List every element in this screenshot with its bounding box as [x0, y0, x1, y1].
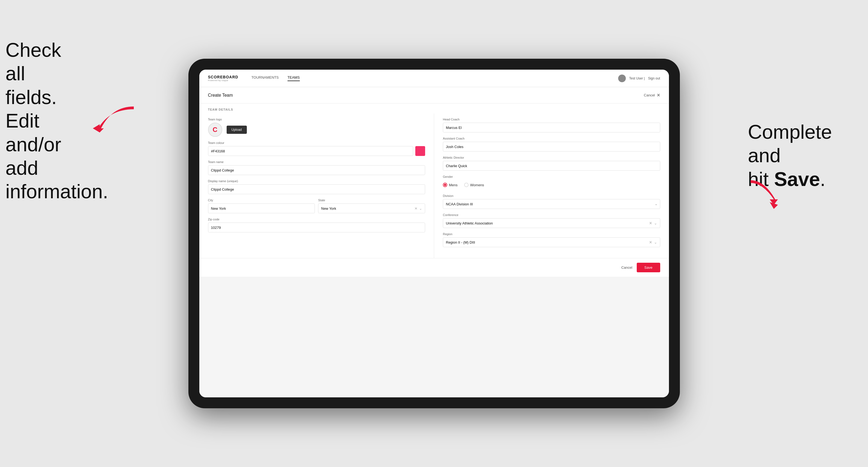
close-icon: ✕ — [657, 93, 660, 98]
upload-button[interactable]: Upload — [227, 126, 247, 134]
conference-select[interactable]: University Athletic Association ✕ ⌄ — [443, 218, 660, 228]
team-name-label: Team name — [208, 160, 425, 164]
zip-input[interactable] — [208, 223, 425, 232]
form-title: Create Team — [208, 93, 233, 98]
state-field: State New York ✕ ⌄ — [318, 198, 425, 213]
region-field: Region Region II - (M) DIII ✕ ⌄ — [443, 232, 660, 247]
sign-out-link[interactable]: Sign out — [648, 76, 660, 80]
right-column: Head Coach Assistant Coach Athletic Dire… — [434, 113, 669, 258]
state-label: State — [318, 198, 425, 202]
nav-items: TOURNAMENTS TEAMS — [251, 75, 618, 81]
head-coach-label: Head Coach — [443, 118, 660, 121]
city-input[interactable] — [208, 204, 315, 213]
region-label: Region — [443, 232, 660, 236]
state-select[interactable]: New York ✕ ⌄ — [318, 204, 425, 213]
division-select-wrap: NCAA Division III — [443, 199, 660, 209]
chevron-down-icon[interactable]: ⌄ — [419, 207, 422, 211]
asst-coach-input[interactable] — [443, 142, 660, 152]
region-actions: ✕ ⌄ — [649, 240, 657, 244]
form-header: Create Team Cancel ✕ — [199, 87, 669, 103]
logo-circle: C — [208, 123, 222, 137]
zip-label: Zip code — [208, 218, 425, 221]
nav-teams[interactable]: TEAMS — [287, 75, 300, 81]
team-colour-label: Team colour — [208, 141, 425, 145]
gender-label: Gender — [443, 175, 660, 178]
main-content: Create Team Cancel ✕ TEAM DETAILS Team l… — [199, 87, 669, 397]
division-select[interactable]: NCAA Division III — [443, 199, 660, 209]
head-coach-input[interactable] — [443, 123, 660, 132]
division-field: Division NCAA Division III — [443, 194, 660, 209]
radio-mens-circle — [443, 183, 447, 187]
conference-field: Conference University Athletic Associati… — [443, 213, 660, 228]
logo-subtitle: Powered by clippd — [208, 79, 238, 82]
form-body: Team logo C Upload Team colour — [199, 113, 669, 258]
user-name: Test User | — [629, 76, 645, 80]
gender-radio-group: Mens Womens — [443, 180, 660, 190]
team-logo-label: Team logo — [208, 118, 425, 121]
app-logo: SCOREBOARD Powered by clippd — [208, 75, 238, 82]
section-label: TEAM DETAILS — [199, 103, 669, 113]
conference-label: Conference — [443, 213, 660, 217]
clear-icon[interactable]: ✕ — [414, 207, 417, 211]
arrow-right-icon — [742, 178, 797, 227]
conference-value: University Athletic Association — [446, 221, 649, 225]
region-chevron-icon[interactable]: ⌄ — [654, 240, 657, 244]
cancel-header[interactable]: Cancel ✕ — [644, 93, 660, 98]
conference-chevron-icon[interactable]: ⌄ — [654, 221, 657, 225]
nav-user-area: Test User | Sign out — [618, 74, 660, 82]
colour-input[interactable] — [208, 146, 413, 156]
team-logo-field: Team logo C Upload — [208, 118, 425, 137]
state-select-icons: ✕ ⌄ — [414, 207, 422, 211]
division-label: Division — [443, 194, 660, 197]
nav-tournaments[interactable]: TOURNAMENTS — [251, 75, 279, 81]
radio-mens-dot — [444, 184, 446, 186]
city-state-row: City State New York ✕ ⌄ — [208, 198, 425, 218]
radio-womens-circle — [464, 183, 469, 187]
zip-field: Zip code — [208, 218, 425, 232]
team-name-field: Team name — [208, 160, 425, 175]
gender-field: Gender Mens Womens — [443, 175, 660, 190]
state-value: New York — [321, 207, 414, 211]
athletic-director-field: Athletic Director — [443, 156, 660, 171]
display-name-field: Display name (unique) — [208, 180, 425, 194]
display-name-input[interactable] — [208, 184, 425, 194]
radio-mens[interactable]: Mens — [443, 183, 458, 187]
svg-marker-0 — [93, 124, 100, 132]
annotation-left: Check all fields. Edit and/or add inform… — [5, 38, 82, 204]
logo-title: SCOREBOARD — [208, 75, 238, 79]
head-coach-field: Head Coach — [443, 118, 660, 132]
cancel-button[interactable]: Cancel — [621, 266, 632, 270]
arrow-left-icon — [90, 104, 139, 136]
tablet-screen: SCOREBOARD Powered by clippd TOURNAMENTS… — [199, 70, 669, 397]
display-name-label: Display name (unique) — [208, 180, 425, 183]
region-clear-icon[interactable]: ✕ — [649, 240, 652, 244]
form-container: Create Team Cancel ✕ TEAM DETAILS Team l… — [199, 87, 669, 277]
nav-bar: SCOREBOARD Powered by clippd TOURNAMENTS… — [199, 70, 669, 87]
region-value: Region II - (M) DIII — [446, 240, 649, 244]
colour-swatch — [415, 146, 425, 156]
asst-coach-label: Assistant Coach — [443, 137, 660, 140]
avatar — [618, 74, 626, 82]
conference-clear-icon[interactable]: ✕ — [649, 221, 652, 225]
save-button[interactable]: Save — [637, 263, 660, 272]
team-colour-field: Team colour — [208, 141, 425, 156]
athletic-director-label: Athletic Director — [443, 156, 660, 159]
colour-input-wrap — [208, 146, 425, 156]
tablet-device: SCOREBOARD Powered by clippd TOURNAMENTS… — [188, 59, 680, 408]
team-name-input[interactable] — [208, 165, 425, 175]
logo-area: C Upload — [208, 123, 425, 137]
left-column: Team logo C Upload Team colour — [199, 113, 434, 258]
city-field: City — [208, 198, 315, 213]
asst-coach-field: Assistant Coach — [443, 137, 660, 152]
form-footer: Cancel Save — [199, 258, 669, 277]
conference-actions: ✕ ⌄ — [649, 221, 657, 225]
city-label: City — [208, 198, 315, 202]
radio-womens[interactable]: Womens — [464, 183, 484, 187]
region-select[interactable]: Region II - (M) DIII ✕ ⌄ — [443, 237, 660, 247]
athletic-director-input[interactable] — [443, 161, 660, 171]
